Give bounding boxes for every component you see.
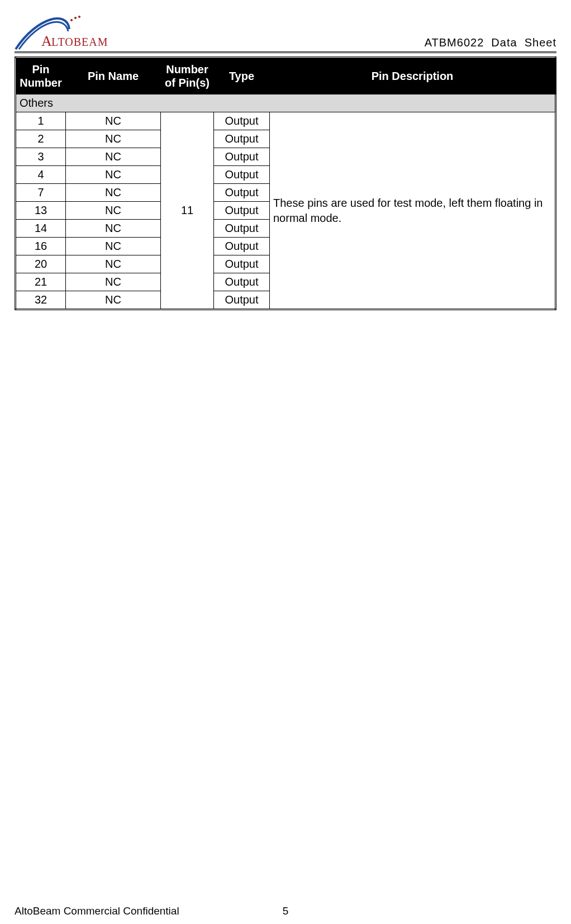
cell-type: Output <box>214 220 270 238</box>
cell-pin-name: NC <box>66 202 161 220</box>
logo-text: A <box>41 33 53 49</box>
cell-pin-name: NC <box>66 255 161 273</box>
cell-pin-number: 32 <box>16 291 66 310</box>
cell-pin-number: 16 <box>16 238 66 255</box>
cell-pin-name: NC <box>66 291 161 310</box>
col-header-pin-number: Pin Number <box>16 58 66 94</box>
cell-pin-name: NC <box>66 130 161 148</box>
section-label: Others <box>16 94 556 112</box>
cell-pin-name: NC <box>66 184 161 202</box>
cell-type: Output <box>214 148 270 166</box>
cell-pin-number: 4 <box>16 166 66 184</box>
cell-pin-number: 1 <box>16 112 66 130</box>
cell-type: Output <box>214 130 270 148</box>
col-header-pin-name: Pin Name <box>66 58 161 94</box>
cell-type: Output <box>214 238 270 255</box>
col-header-number-of-pins: Number of Pin(s) <box>161 58 214 94</box>
pin-table: Pin Number Pin Name Number of Pin(s) Typ… <box>15 56 556 310</box>
altobeam-logo-icon: A LTOBEAM <box>15 12 126 50</box>
cell-pin-number: 21 <box>16 273 66 291</box>
document-title: ATBM6022 Data Sheet <box>425 36 556 50</box>
table-section-row: Others <box>16 94 556 112</box>
cell-pin-name: NC <box>66 220 161 238</box>
svg-point-0 <box>70 19 73 21</box>
svg-point-2 <box>78 16 80 18</box>
cell-type: Output <box>214 273 270 291</box>
svg-point-1 <box>74 17 77 19</box>
footer-page-number: 5 <box>283 905 289 917</box>
cell-pin-name: NC <box>66 238 161 255</box>
cell-pin-name: NC <box>66 148 161 166</box>
cell-number-of-pins: 11 <box>161 112 214 310</box>
cell-pin-name: NC <box>66 112 161 130</box>
cell-pin-description: These pins are used for test mode, left … <box>270 112 556 310</box>
cell-pin-number: 7 <box>16 184 66 202</box>
col-header-pin-description: Pin Description <box>270 58 556 94</box>
cell-type: Output <box>214 291 270 310</box>
cell-pin-name: NC <box>66 166 161 184</box>
table-header-row: Pin Number Pin Name Number of Pin(s) Typ… <box>16 58 556 94</box>
logo-text-rest: LTOBEAM <box>51 36 108 48</box>
cell-pin-number: 20 <box>16 255 66 273</box>
logo: A LTOBEAM <box>15 12 126 50</box>
footer-left: AltoBeam Commercial Confidential <box>15 905 179 917</box>
col-header-type: Type <box>214 58 270 94</box>
cell-pin-number: 3 <box>16 148 66 166</box>
cell-type: Output <box>214 112 270 130</box>
cell-type: Output <box>214 166 270 184</box>
table-row: 1 NC 11 Output These pins are used for t… <box>16 112 556 130</box>
cell-pin-name: NC <box>66 273 161 291</box>
cell-type: Output <box>214 184 270 202</box>
cell-type: Output <box>214 255 270 273</box>
cell-pin-number: 2 <box>16 130 66 148</box>
cell-pin-number: 14 <box>16 220 66 238</box>
page-footer: AltoBeam Commercial Confidential 5 <box>0 905 571 924</box>
page-header: A LTOBEAM ATBM6022 Data Sheet <box>15 12 556 53</box>
cell-type: Output <box>214 202 270 220</box>
cell-pin-number: 13 <box>16 202 66 220</box>
